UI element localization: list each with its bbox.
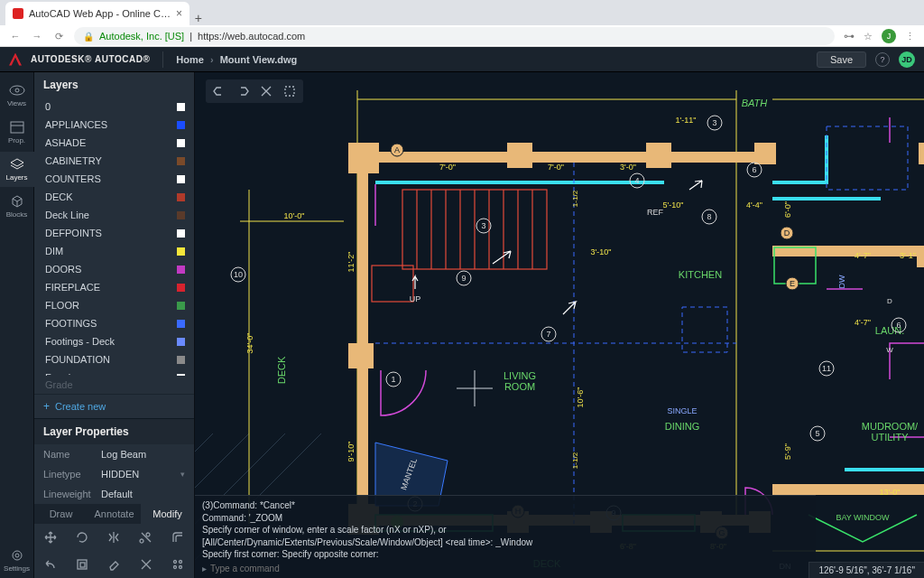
save-button[interactable]: Save [817, 51, 866, 68]
help-icon[interactable]: ? [875, 52, 890, 67]
svg-text:SINGLE: SINGLE [667, 406, 697, 415]
tool-explode[interactable] [130, 551, 162, 578]
layer-row[interactable]: FOOTINGS [34, 314, 194, 332]
tab-modify[interactable]: Modify [141, 504, 194, 524]
layer-row[interactable]: Grade [34, 376, 194, 394]
tool-trim[interactable] [130, 524, 162, 551]
layer-row[interactable]: ASHADE [34, 134, 194, 152]
tool-scale[interactable] [66, 551, 97, 578]
breadcrumb[interactable]: Home › Mount View.dwg [176, 54, 297, 65]
svg-text:10'-6": 10'-6" [576, 387, 585, 408]
select-button[interactable] [279, 82, 300, 100]
rail-blocks[interactable]: Blocks [0, 189, 34, 224]
drawing-canvas-area[interactable]: LIVINGROOM KITCHEN BATH DINING LAUN. MUD… [195, 72, 924, 578]
svg-text:9'-10": 9'-10" [346, 442, 356, 462]
svg-text:DW: DW [837, 275, 846, 288]
url-sep: | [189, 31, 192, 42]
reload-icon[interactable]: ⟳ [52, 31, 65, 42]
tool-move[interactable] [34, 524, 66, 551]
svg-text:4: 4 [634, 176, 639, 185]
svg-text:8: 8 [707, 212, 711, 221]
layer-row[interactable]: DOORS [34, 260, 194, 278]
svg-text:6: 6 [896, 321, 901, 330]
svg-text:3: 3 [712, 118, 716, 127]
layer-name: Footings - Deck [45, 336, 115, 347]
tool-mirror[interactable] [98, 524, 130, 551]
layer-row[interactable]: Footings - Deck [34, 332, 194, 350]
svg-rect-34 [772, 484, 924, 495]
layer-row[interactable]: COUNTERS [34, 170, 194, 188]
undo-button[interactable] [208, 82, 230, 100]
layer-color-swatch [177, 175, 185, 183]
layer-row[interactable]: Framing [34, 368, 194, 376]
layer-name: DIM [45, 246, 63, 256]
layer-row[interactable]: FIREPLACE [34, 278, 194, 296]
layer-row[interactable]: FOUNDATION [34, 350, 194, 368]
svg-text:UP: UP [410, 294, 421, 303]
rail-views[interactable]: Views [0, 78, 34, 113]
svg-text:D: D [887, 297, 892, 305]
layer-color-swatch [177, 157, 185, 165]
tool-rotate[interactable] [66, 524, 97, 551]
rail-properties[interactable]: Prop. [0, 115, 34, 150]
svg-rect-51 [372, 266, 413, 302]
layer-list[interactable]: 0APPLIANCESASHADECABINETRYCOUNTERSDECKDe… [34, 98, 194, 376]
tool-undo[interactable] [34, 551, 66, 578]
layer-row[interactable]: APPLIANCES [34, 116, 194, 134]
brand-label: AUTODESK® AUTOCAD® [31, 54, 150, 64]
layer-row[interactable]: FLOOR [34, 296, 194, 314]
svg-text:3'-1": 3'-1" [900, 251, 916, 260]
prop-lineweight[interactable]: Lineweight Default [34, 484, 194, 504]
svg-rect-36 [917, 246, 924, 267]
address-bar[interactable]: 🔒 Autodesk, Inc. [US] | https://web.auto… [74, 27, 835, 45]
create-layer-button[interactable]: + Create new [34, 394, 194, 418]
lock-icon: 🔒 [83, 32, 94, 42]
star-icon[interactable]: ☆ [864, 31, 873, 42]
layer-name: CABINETRY [45, 155, 102, 166]
tool-offset[interactable] [162, 524, 194, 551]
command-input[interactable] [210, 564, 808, 573]
forward-icon[interactable]: → [31, 31, 43, 42]
user-avatar[interactable]: JD [899, 51, 915, 68]
layer-name: APPLIANCES [45, 119, 107, 130]
rail-settings[interactable]: Settings [0, 543, 34, 578]
properties-icon [9, 120, 25, 135]
layer-row[interactable]: 0 [34, 98, 194, 116]
svg-text:4'-7": 4'-7" [855, 251, 871, 260]
svg-point-5 [15, 554, 19, 557]
svg-text:5'-9": 5'-9" [783, 443, 792, 460]
close-tab-icon[interactable]: × [176, 7, 182, 20]
layers-panel: Layers 0APPLIANCESASHADECABINETRYCOUNTER… [34, 72, 195, 578]
favicon-icon [13, 8, 23, 19]
app-topbar: AUTODESK® AUTOCAD® Home › Mount View.dwg… [0, 47, 924, 72]
layer-row[interactable]: DECK [34, 188, 194, 206]
layer-name: Deck Line [45, 210, 89, 220]
canvas-toolbar [206, 79, 303, 103]
tool-erase[interactable] [98, 551, 130, 578]
profile-avatar[interactable]: J [882, 29, 896, 43]
svg-rect-12 [285, 87, 294, 96]
snap-button[interactable] [255, 82, 277, 100]
layer-row[interactable]: CABINETRY [34, 152, 194, 170]
tab-draw[interactable]: Draw [34, 504, 88, 524]
svg-text:1'-11": 1'-11" [676, 116, 697, 125]
layer-color-swatch [177, 103, 185, 111]
menu-icon[interactable]: ⋮ [905, 31, 915, 42]
tool-array[interactable] [162, 551, 194, 578]
layer-row[interactable]: DIM [34, 242, 194, 260]
svg-rect-2 [11, 122, 23, 133]
rail-layers[interactable]: Layers [0, 152, 34, 187]
key-icon[interactable]: ⊶ [844, 30, 855, 42]
layer-row[interactable]: Deck Line [34, 206, 194, 224]
tab-annotate[interactable]: Annotate [88, 504, 141, 524]
svg-text:LIVINGROOM: LIVINGROOM [504, 370, 536, 392]
redo-button[interactable] [232, 82, 254, 100]
newtab-button[interactable]: + [189, 11, 208, 25]
svg-text:1-1/2: 1-1/2 [571, 452, 579, 469]
svg-point-1 [15, 89, 19, 92]
layer-row[interactable]: DEFPOINTS [34, 224, 194, 242]
browser-tab[interactable]: AutoCAD Web App - Online C… × [5, 2, 189, 25]
layer-name: DECK [45, 191, 73, 202]
back-icon[interactable]: ← [9, 31, 22, 42]
prop-linetype[interactable]: Linetype HIDDEN ▾ [34, 464, 194, 484]
